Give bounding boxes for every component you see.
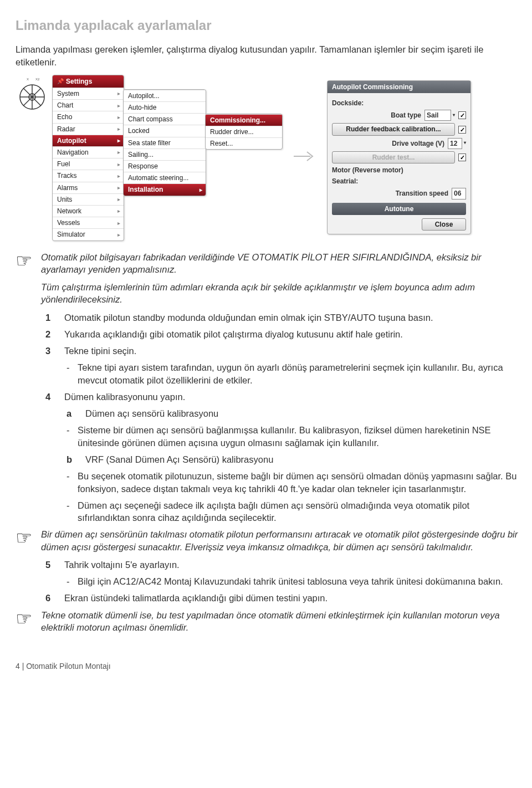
step-4a-dash: -Sisteme bir dümen açı sensörü bağlanmış… — [66, 424, 524, 449]
boat-type-input[interactable]: Sail — [424, 110, 451, 121]
note-1-text-a: Otomatik pilot bilgisayarı fabrikadan ve… — [41, 251, 524, 276]
submenu-sailing[interactable]: Sailing... — [124, 149, 206, 160]
step-4: 4Dümen kalibrasyonunu yapın. — [45, 391, 524, 403]
figure-area: X X2 📌Settings System▸ Chart▸ Echo▸ Rada… — [16, 75, 524, 241]
step-2: 2Yukarıda açıklandığı gibi otomatik pilo… — [45, 328, 524, 340]
wheel-icon: X X2 — [16, 75, 54, 116]
submenu-commissioning[interactable]: Commissioning... — [206, 114, 282, 126]
note-2: ☞ Bir dümen açı sensörünün takılması oto… — [16, 528, 524, 559]
rudder-test-button[interactable]: Rudder test... — [332, 151, 455, 163]
note-1-text-b: Tüm çalıştırma işlemlerinin tüm adımları… — [41, 281, 524, 306]
dialog-title: Autopilot Commissioning — [328, 81, 470, 93]
submenu-autosteer[interactable]: Automatic steering... — [124, 172, 206, 183]
step-5: 5Tahrik voltajını 5'e ayarlayın. — [45, 559, 524, 571]
boat-type-check[interactable] — [458, 111, 466, 119]
step-4b-dash2: -Dümen açı seçeneği sadece ilk açılışta … — [66, 499, 524, 524]
autopilot-submenu[interactable]: Autopilot... Auto-hide Chart compass Loc… — [123, 89, 206, 196]
installation-submenu[interactable]: Commissioning... Rudder drive... Reset..… — [205, 114, 283, 150]
drive-voltage-label: Drive voltage (V) — [392, 139, 444, 148]
submenu-autopilot[interactable]: Autopilot... — [124, 90, 206, 101]
settings-item-system[interactable]: System▸ — [53, 88, 124, 99]
step-4b-dash1: -Bu seçenek otomatik pilotunuzun, sistem… — [66, 470, 524, 495]
seatrial-label: Seatrial: — [332, 177, 466, 186]
rudder-calibration-button[interactable]: Rudder feedback calibration... — [332, 123, 455, 135]
settings-item-radar[interactable]: Radar▸ — [53, 123, 124, 135]
submenu-autohide[interactable]: Auto-hide — [124, 101, 206, 113]
page-number: 4 — [16, 662, 20, 671]
settings-item-fuel[interactable]: Fuel▸ — [53, 158, 124, 170]
svg-text:X2: X2 — [35, 78, 40, 81]
submenu-locked[interactable]: Locked — [124, 125, 206, 136]
submenu-seastate[interactable]: Sea state filter — [124, 137, 206, 149]
rudder-cal-check[interactable] — [458, 126, 466, 134]
transition-speed-row: Transition speed 06 — [332, 188, 466, 199]
footer-sep: | — [22, 662, 24, 671]
step-4b: bVRF (Sanal Dümen Açı Sensörü) kalibrasy… — [66, 453, 524, 465]
dockside-label: Dockside: — [332, 99, 466, 108]
settings-menu-header: 📌Settings — [53, 75, 124, 88]
pointing-hand-icon: ☞ — [16, 528, 38, 547]
settings-item-simulator[interactable]: Simulator▸ — [53, 228, 124, 240]
note-3-text: Tekne otomatik dümenli ise, bu test yapı… — [41, 609, 524, 634]
settings-item-tracks[interactable]: Tracks▸ — [53, 170, 124, 181]
footer-section: Otomatik Pilotun Montajı — [26, 662, 111, 671]
drive-voltage-input[interactable]: 12 — [448, 138, 462, 149]
svg-text:X: X — [27, 78, 29, 81]
settings-item-echo[interactable]: Echo▸ — [53, 111, 124, 122]
step-6: 6Ekran üstündeki talimatlarda açıklandığ… — [45, 592, 524, 604]
intro-text: Limanda yapılması gereken işlemler, çalı… — [16, 43, 524, 68]
close-button[interactable]: Close — [422, 218, 466, 231]
submenu-response[interactable]: Response — [124, 160, 206, 172]
rudder-test-check[interactable] — [458, 153, 466, 161]
step-4a: aDümen açı sensörü kalibrasyonu — [66, 407, 524, 419]
pointing-hand-icon: ☞ — [16, 251, 38, 270]
note-2-text: Bir dümen açı sensörünün takılması otoma… — [41, 528, 524, 553]
submenu-chartcompass[interactable]: Chart compass — [124, 113, 206, 125]
settings-menu[interactable]: 📌Settings System▸ Chart▸ Echo▸ Radar▸ Au… — [52, 75, 124, 241]
transition-speed-input[interactable]: 06 — [452, 188, 466, 199]
page-title: Limanda yapılacak ayarlamalar — [16, 17, 524, 34]
motor-label: Motor (Reverse motor) — [332, 166, 466, 175]
boat-type-label: Boat type — [391, 111, 421, 120]
settings-item-network[interactable]: Network▸ — [53, 205, 124, 217]
settings-item-navigation[interactable]: Navigation▸ — [53, 146, 124, 158]
steps-block-2: 5Tahrik voltajını 5'e ayarlayın. -Bilgi … — [45, 559, 524, 605]
step-5-dash: -Bilgi için AC12/AC42 Montaj Kılavuzunda… — [66, 575, 524, 587]
steps-block: 1Otomatik pilotun standby modunda olduğu… — [45, 311, 524, 524]
settings-item-chart[interactable]: Chart▸ — [53, 99, 124, 111]
boat-type-row: Boat type Sail ▾ — [332, 110, 466, 121]
step-3-dash: -Tekne tipi ayarı sistem tarafından, uyg… — [66, 361, 524, 386]
note-1: ☞ Otomatik pilot bilgisayarı fabrikadan … — [16, 251, 524, 311]
commissioning-dialog: Autopilot Commissioning Dockside: Boat t… — [327, 80, 471, 234]
page-footer: 4 | Otomatik Pilotun Montajı — [16, 661, 524, 672]
settings-item-vessels[interactable]: Vessels▸ — [53, 217, 124, 228]
submenu-rudderdrive[interactable]: Rudder drive... — [206, 126, 282, 137]
menu-cascade: 📌Settings System▸ Chart▸ Echo▸ Radar▸ Au… — [52, 75, 283, 241]
submenu-installation[interactable]: Installation▸ — [124, 183, 206, 195]
settings-item-alarms[interactable]: Alarms▸ — [53, 182, 124, 193]
step-1: 1Otomatik pilotun standby modunda olduğu… — [45, 311, 524, 324]
pointing-hand-icon: ☞ — [16, 609, 38, 628]
drive-voltage-row: Drive voltage (V) 12 ▾ — [332, 138, 466, 149]
note-3: ☞ Tekne otomatik dümenli ise, bu test ya… — [16, 609, 524, 639]
settings-item-units[interactable]: Units▸ — [53, 193, 124, 205]
transition-speed-label: Transition speed — [396, 189, 448, 198]
arrow-icon — [293, 147, 317, 168]
submenu-reset[interactable]: Reset... — [206, 137, 282, 149]
step-3: 3Tekne tipini seçin. — [45, 345, 524, 357]
autotune-button[interactable]: Autotune — [332, 203, 466, 215]
settings-item-autopilot[interactable]: Autopilot▸ — [53, 135, 124, 146]
